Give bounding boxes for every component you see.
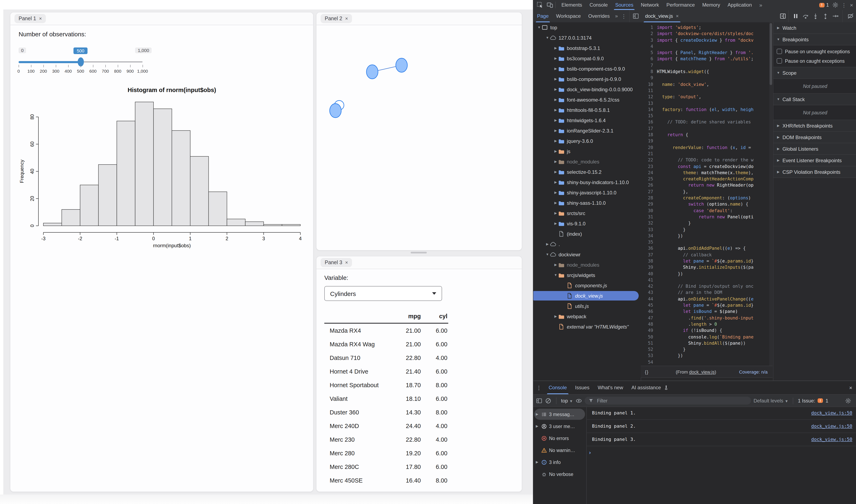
tree-item[interactable]: ▶bslib-component-css-0.9.0 [534, 64, 641, 74]
devtools-menu-icon[interactable]: ⋮ [839, 0, 849, 10]
tree-item[interactable]: ▶jquery-3.6.0 [534, 136, 641, 146]
step-icon[interactable] [832, 13, 839, 19]
code-line[interactable]: 8HTMLWidgets.widget({ [641, 69, 772, 75]
live-expression-icon[interactable] [576, 397, 582, 404]
tree-item[interactable]: ▶js [534, 146, 641, 157]
drawer-menu-icon[interactable]: ⋮ [534, 381, 544, 394]
code-line[interactable]: 25 createRightHeaderActionComp [641, 176, 772, 182]
tree-caret-icon[interactable]: ▶ [545, 242, 550, 246]
tab-memory[interactable]: Memory [699, 0, 724, 10]
console-tab-console[interactable]: Console [544, 381, 571, 394]
tree-caret-icon[interactable]: ▶ [553, 129, 558, 132]
sidebar-section-watch[interactable]: ▶Watch [773, 22, 856, 34]
code-line[interactable]: 47 .find('.shiny-bound-input [641, 315, 772, 321]
code-line[interactable]: 22 // TODO: code to render the w [641, 157, 772, 163]
panel-3-close-icon[interactable]: × [345, 259, 348, 266]
console-tab-issues[interactable]: Issues [571, 381, 593, 394]
checkbox-unchecked[interactable] [777, 49, 782, 54]
nav-tab-workspace[interactable]: Workspace [552, 10, 584, 22]
tree-item[interactable]: ▼dockviewr [534, 249, 641, 259]
pretty-print-icon[interactable]: {} [645, 369, 649, 374]
tree-item[interactable]: ▼srcjs/widgets [534, 270, 641, 280]
tree-caret-icon[interactable]: ▶ [553, 88, 558, 91]
code-line[interactable]: 24 theme: matchTheme(x.theme), [641, 170, 772, 176]
tree-item[interactable]: ▶bootstrap-5.3.1 [534, 43, 641, 53]
network-graph[interactable] [316, 25, 521, 250]
panel-1-tab[interactable]: Panel 1 × [15, 14, 46, 23]
tree-caret-icon[interactable]: ▶ [553, 170, 558, 174]
code-line[interactable]: 4 [641, 43, 772, 50]
code-line[interactable]: 54 [641, 359, 772, 365]
code-line[interactable]: 32 } [641, 220, 772, 227]
toggle-debugger-sidebar-icon[interactable] [780, 13, 786, 19]
code-line[interactable]: 29 switch (options.name) { [641, 201, 772, 208]
tree-item[interactable]: ▶bslib-component-js-0.9.0 [534, 74, 641, 84]
more-nav-tabs-button[interactable]: » [613, 10, 619, 22]
sidebar-section-dom-breakpoints[interactable]: ▶DOM Breakpoints [773, 132, 856, 143]
nav-menu-icon[interactable]: ⋮ [619, 10, 628, 22]
code-line[interactable]: 27 }, [641, 188, 772, 195]
code-line[interactable]: 20 renderValue: function (x, id = [641, 144, 772, 151]
code-line[interactable]: 11 [641, 88, 772, 94]
code-line[interactable]: 17 [641, 125, 772, 132]
code-line[interactable]: 1import 'widgets'; [641, 24, 772, 31]
tree-caret-icon[interactable]: ▶ [553, 108, 558, 112]
tree-item[interactable]: ▶dock_view-binding-0.0.0.9000 [534, 84, 641, 94]
device-toolbar-icon[interactable] [546, 2, 553, 8]
panel-3-tab[interactable]: Panel 3 × [320, 258, 352, 267]
observations-slider[interactable]: 01,00050001002003004005006007008009001,0… [19, 44, 142, 77]
context-selector[interactable]: top ▼ [561, 398, 573, 403]
clear-console-icon[interactable] [545, 397, 552, 404]
console-tab-what-s-new[interactable]: What's new [593, 381, 627, 394]
step-into-icon[interactable] [812, 13, 819, 19]
tree-caret-icon[interactable]: ▼ [537, 25, 542, 29]
code-line[interactable]: 42 // Bind input/output only onc [641, 283, 772, 290]
code-line[interactable]: 48 .length > 0 [641, 321, 772, 327]
code-line[interactable]: 34 }) [641, 233, 772, 239]
console-prompt[interactable]: › [586, 446, 856, 458]
tree-item[interactable]: ▶shiny-sass-1.10.0 [534, 198, 641, 208]
code-line[interactable]: 50 console.log(`Binding pane [641, 334, 772, 340]
checkbox-row[interactable]: Pause on uncaught exceptions [773, 47, 856, 56]
code-line[interactable]: 36 api.onDidAddPanel((e) => { [641, 246, 772, 252]
tree-item[interactable]: ▶shiny-javascript-1.10.0 [534, 187, 641, 198]
code-line[interactable]: 51 Shiny.bindAll($(pane)) [641, 340, 772, 346]
sidebar-section-csp-violation-breakpoints[interactable]: ▶CSP Violation Breakpoints [773, 166, 856, 178]
tree-item[interactable]: (index) [534, 229, 641, 239]
tree-item[interactable]: ▶font-awesome-6.5.2/css [534, 94, 641, 105]
tree-caret-icon[interactable]: ▶ [553, 67, 558, 71]
tab-sources[interactable]: Sources [611, 0, 637, 10]
tree-caret-icon[interactable]: ▶ [553, 222, 558, 226]
tree-caret-icon[interactable]: ▶ [553, 201, 558, 205]
file-tab[interactable]: dock_view.js × [641, 10, 683, 22]
step-out-icon[interactable] [822, 13, 829, 19]
code-line[interactable]: 9 [641, 75, 772, 81]
code-line[interactable]: 2import 'dockview-core/dist/styles/doc [641, 31, 772, 37]
tree-item[interactable]: ▶webpack [534, 311, 641, 322]
tree-item[interactable]: ▶vis-9.1.0 [534, 218, 641, 229]
code-line[interactable]: 46 let isBound = $(pane) [641, 309, 772, 315]
toggle-navigator-icon[interactable] [632, 13, 639, 19]
tree-caret-icon[interactable]: ▶ [553, 314, 558, 318]
code-line[interactable]: 15 [641, 113, 772, 119]
code-line[interactable]: 44 api.onDidActivePanelChange((e [641, 296, 772, 302]
issues-badge[interactable]: ! [819, 3, 824, 7]
tree-item[interactable]: ▶ionRangeSlider-2.3.1 [534, 125, 641, 136]
more-tabs-button[interactable]: » [756, 0, 766, 10]
nav-tab-overrides[interactable]: Overrides [584, 10, 613, 22]
code-line[interactable]: 26 return new RightHeader(op [641, 182, 772, 188]
code-line[interactable]: 16 // TODO: define shared variables [641, 119, 772, 125]
console-filter-verbose[interactable]: No verbose [534, 468, 586, 480]
console-message-source-link[interactable]: dock_view.js:50 [811, 410, 852, 416]
tree-caret-icon[interactable]: ▶ [553, 180, 558, 184]
sidebar-section-scope[interactable]: ▼Scope [773, 67, 856, 79]
console-filter-info[interactable]: ▶3 info [534, 456, 586, 468]
panel-resize-handle[interactable] [410, 252, 427, 253]
code-line[interactable]: 49 if (!isBound) { [641, 327, 772, 334]
settings-gear-icon[interactable] [832, 2, 839, 8]
console-filter-list[interactable]: ▶3 messag… [534, 408, 586, 420]
console-message-source-link[interactable]: dock_view.js:50 [811, 424, 852, 429]
code-line[interactable]: 13 [641, 100, 772, 107]
code-line[interactable]: 18 return { [641, 132, 772, 138]
code-line[interactable]: 39 Shiny.initializeInputs($(pa [641, 264, 772, 271]
